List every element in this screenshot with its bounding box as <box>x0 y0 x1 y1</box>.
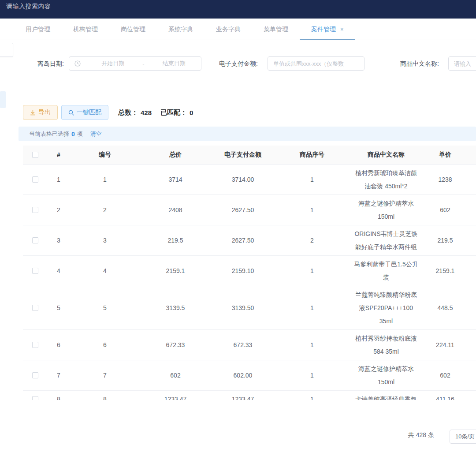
table-header-row: # 编号 总价 电子支付金额 商品序号 商品中文名称 单价 <box>23 146 476 164</box>
row-code-cell: 7 <box>70 360 140 390</box>
col-header-seq: 商品序号 <box>275 146 349 164</box>
tab-user-mgmt[interactable]: 用户管理 <box>14 19 62 40</box>
row-epay-cell: 3139.50 <box>211 286 275 329</box>
row-name-cell: ORIGINS韦博士灵芝焕能好底子精华水两件组 <box>349 225 423 255</box>
selection-count: 0 <box>71 131 75 138</box>
row-checkbox[interactable] <box>32 305 38 311</box>
table-row: 881233.471233.471卡诗菁纯亮泽经典香氛411.16 <box>23 390 476 400</box>
tab-business-dict[interactable]: 业务字典 <box>205 19 252 40</box>
row-seq-cell: 1 <box>275 390 349 400</box>
selection-suffix: 项 <box>77 130 83 138</box>
case-table: # 编号 总价 电子支付金额 商品序号 商品中文名称 单价 1137143714… <box>23 146 476 400</box>
header-checkbox-cell <box>23 146 48 164</box>
row-unit-cell: 448.5 <box>423 286 467 329</box>
depart-date-label: 离岛日期: <box>37 56 64 71</box>
tab-org-mgmt[interactable]: 机构管理 <box>62 19 109 40</box>
date-range-separator: - <box>140 60 147 67</box>
row-unit-cell: 219.5 <box>423 225 467 255</box>
row-code-cell: 3 <box>70 225 140 255</box>
row-checkbox[interactable] <box>32 176 38 183</box>
row-checkbox-cell <box>23 329 48 360</box>
tab-system-dict[interactable]: 系统字典 <box>157 19 205 40</box>
collapsed-panel-box <box>0 43 13 57</box>
epay-amount-input[interactable] <box>268 56 364 71</box>
row-index-cell: 3 <box>48 225 70 255</box>
tab-case-mgmt-label: 案件管理 <box>311 26 336 33</box>
row-seq-cell: 2 <box>275 225 349 255</box>
left-edge-artifact <box>0 91 6 108</box>
matched-value: 0 <box>190 109 193 116</box>
row-checkbox[interactable] <box>32 237 38 243</box>
clear-selection-link[interactable]: 清空 <box>90 130 102 138</box>
row-name-cell: 马爹利蓝带干邑1.5公升装 <box>349 255 423 286</box>
one-click-match-button[interactable]: 一键匹配 <box>61 105 108 120</box>
row-index-cell: 6 <box>48 329 70 360</box>
col-header-fill <box>467 146 476 164</box>
pagination-total: 共 428 条 <box>408 431 434 439</box>
row-checkbox[interactable] <box>32 396 38 400</box>
close-tab-icon[interactable]: × <box>340 26 344 33</box>
export-button-label: 导出 <box>38 108 51 116</box>
clock-icon <box>69 60 86 67</box>
row-code-cell: 2 <box>70 194 140 225</box>
row-checkbox-cell <box>23 255 48 286</box>
row-checkbox-cell <box>23 390 48 400</box>
product-name-input[interactable] <box>448 56 476 71</box>
row-checkbox[interactable] <box>32 207 38 213</box>
end-date-input[interactable]: 结束日期 <box>147 60 201 67</box>
row-seq-cell: 1 <box>275 329 349 360</box>
export-button[interactable]: 导出 <box>23 105 58 120</box>
row-name-cell: 植村秀羽纱持妆粉底液 584 35ml <box>349 329 423 360</box>
row-checkbox[interactable] <box>32 342 38 348</box>
row-total-cell: 602 <box>140 360 211 390</box>
start-date-input[interactable]: 开始日期 <box>86 60 140 67</box>
page-size-select[interactable]: 10条/页 <box>450 430 476 444</box>
tab-case-mgmt-active[interactable]: 案件管理× <box>300 19 355 40</box>
product-name-label: 商品中文名称: <box>400 56 439 71</box>
top-navbar: 请输入搜索内容 <box>0 0 476 19</box>
table-row: 2224082627.501海蓝之谜修护精萃水 150ml602 <box>23 194 476 225</box>
row-total-cell: 3139.5 <box>140 286 211 329</box>
tab-post-mgmt[interactable]: 岗位管理 <box>109 19 157 40</box>
row-epay-cell: 602.00 <box>211 360 275 390</box>
col-header-unit: 单价 <box>423 146 467 164</box>
tab-menu-mgmt[interactable]: 菜单管理 <box>252 19 300 40</box>
row-code-cell: 4 <box>70 255 140 286</box>
row-index-cell: 5 <box>48 286 70 329</box>
row-unit-cell: 411.16 <box>423 390 467 400</box>
row-name-cell: 海蓝之谜修护精萃水 150ml <box>349 194 423 225</box>
col-header-total: 总价 <box>140 146 211 164</box>
row-filler-cell <box>467 255 476 286</box>
col-header-code: 编号 <box>70 146 140 164</box>
table-row: 77602602.001海蓝之谜修护精萃水 150ml602 <box>23 360 476 390</box>
row-index-cell: 1 <box>48 164 70 194</box>
row-total-cell: 1233.47 <box>140 390 211 400</box>
row-seq-cell: 1 <box>275 255 349 286</box>
table-row: 553139.53139.501兰蔻菁纯臻颜精华粉底液SPF20PA+++100… <box>23 286 476 329</box>
depart-date-range-picker[interactable]: 开始日期 - 结束日期 <box>69 56 201 71</box>
col-header-name: 商品中文名称 <box>349 146 423 164</box>
row-total-cell: 219.5 <box>140 225 211 255</box>
row-checkbox[interactable] <box>32 268 38 274</box>
row-checkbox[interactable] <box>32 372 38 378</box>
row-checkbox-cell <box>23 194 48 225</box>
search-icon <box>68 110 74 116</box>
row-filler-cell <box>467 286 476 329</box>
row-unit-cell: 224.11 <box>423 329 467 360</box>
table-row: 1137143714.001植村秀新琥珀臻萃洁颜油套装 450ml*21238 <box>23 164 476 194</box>
row-filler-cell <box>467 329 476 360</box>
matched-label: 已匹配： <box>160 108 187 117</box>
row-unit-cell: 2159.1 <box>423 255 467 286</box>
global-search-input[interactable]: 请输入搜索内容 <box>6 3 51 11</box>
table-row: 442159.12159.101马爹利蓝带干邑1.5公升装2159.1 <box>23 255 476 286</box>
row-index-cell: 7 <box>48 360 70 390</box>
row-seq-cell: 1 <box>275 194 349 225</box>
table-row: 33219.52627.502ORIGINS韦博士灵芝焕能好底子精华水两件组21… <box>23 225 476 255</box>
row-code-cell: 5 <box>70 286 140 329</box>
row-unit-cell: 602 <box>423 360 467 390</box>
row-total-cell: 2408 <box>140 194 211 225</box>
select-all-checkbox[interactable] <box>32 152 38 158</box>
row-name-cell: 卡诗菁纯亮泽经典香氛 <box>349 390 423 400</box>
download-icon <box>30 110 36 116</box>
row-seq-cell: 1 <box>275 286 349 329</box>
